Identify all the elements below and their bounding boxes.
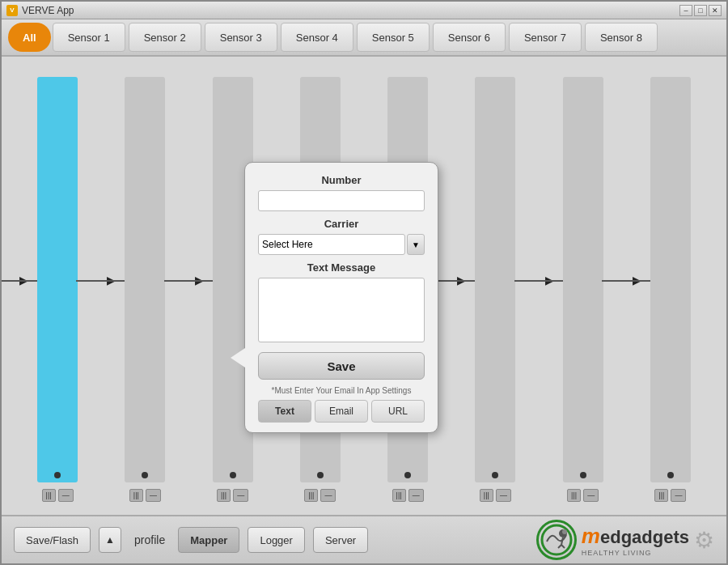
sensor7-ctrl-minus[interactable]: — xyxy=(583,489,599,502)
logger-button[interactable]: Logger xyxy=(248,527,304,553)
sensor-bar-1: ▶ xyxy=(37,77,78,482)
sensor-dot-4 xyxy=(317,472,324,478)
carrier-dropdown-arrow[interactable]: ▼ xyxy=(407,234,425,255)
sensor-hline-8 xyxy=(602,280,650,282)
svg-line-3 xyxy=(561,537,563,545)
sensor-bar-7: ▶ xyxy=(563,77,603,482)
number-label: Number xyxy=(258,174,425,186)
logo-brand-line: m ed gadgets xyxy=(582,524,689,549)
dialog-tab-text[interactable]: Text xyxy=(258,400,311,423)
footer-bar: Save/Flash ▲ profile Mapper Logger Serve… xyxy=(2,515,726,563)
logo-circle xyxy=(536,520,577,560)
sensor2-ctrl-minus[interactable]: — xyxy=(146,489,161,502)
tab-sensor4[interactable]: Sensor 4 xyxy=(281,23,353,52)
dialog-tab-email[interactable]: Email xyxy=(315,400,368,423)
sensor-dot-3 xyxy=(230,472,236,478)
sensor-bottom-3: ||| — xyxy=(217,489,248,502)
logo-m: m xyxy=(582,524,600,549)
sensor-dot-5 xyxy=(404,472,411,478)
logo-sub-text: HEALTHY LIVING xyxy=(582,549,689,557)
app-icon: V xyxy=(6,5,18,16)
sensor-hline-2 xyxy=(76,280,125,282)
logo-text-area: m ed gadgets HEALTHY LIVING xyxy=(582,524,689,557)
profile-label: profile xyxy=(134,533,165,546)
sensor8-ctrl-minus[interactable]: — xyxy=(671,489,686,502)
svg-line-5 xyxy=(561,545,565,548)
sensor5-ctrl-minus[interactable]: — xyxy=(408,489,424,502)
tab-all[interactable]: All xyxy=(8,23,51,52)
app-window: V VERVE App – □ ✕ All Sensor 1 Sensor 2 … xyxy=(0,0,728,565)
tab-sensor3[interactable]: Sensor 3 xyxy=(205,23,277,52)
tab-sensor6[interactable]: Sensor 6 xyxy=(433,23,506,52)
sensor5-ctrl-bars[interactable]: ||| xyxy=(392,489,406,502)
tab-sensor8[interactable]: Sensor 8 xyxy=(585,23,658,52)
carrier-select-row: Select Here AT&T Verizon T-Mobile Sprint… xyxy=(258,234,425,255)
logo-ed: ed xyxy=(600,527,621,548)
sensor-hline-1 xyxy=(0,280,37,282)
sensor1-ctrl-bars[interactable]: ||| xyxy=(42,489,56,502)
sensor-col-7: ▶ ||| — xyxy=(540,73,627,502)
minimize-button[interactable]: – xyxy=(679,5,692,16)
text-message-label: Text Message xyxy=(258,261,425,274)
sensor4-ctrl-bars[interactable]: ||| xyxy=(304,489,318,502)
sensor8-ctrl-bars[interactable]: ||| xyxy=(654,489,668,502)
dialog-tab-bar: Text Email URL xyxy=(258,400,425,423)
tab-sensor1[interactable]: Sensor 1 xyxy=(53,23,125,52)
sensor-hline-3 xyxy=(164,280,213,282)
title-bar: V VERVE App – □ ✕ xyxy=(2,2,726,19)
sensor-dot-1 xyxy=(54,472,61,478)
carrier-label: Carrier xyxy=(258,218,425,230)
server-button[interactable]: Server xyxy=(313,527,368,553)
save-flash-button[interactable]: Save/Flash xyxy=(14,527,91,553)
sensor-hline-7 xyxy=(514,280,563,282)
mapper-button[interactable]: Mapper xyxy=(178,527,239,553)
sensor-bottom-8: ||| — xyxy=(654,489,686,502)
sensor-col-6: ▶ ||| — xyxy=(451,73,539,502)
sensor-col-1: ▶ ||| — xyxy=(14,73,101,502)
sensor6-ctrl-minus[interactable]: — xyxy=(496,489,511,502)
logo-svg xyxy=(540,524,573,556)
dialog-note: *Must Enter Your Email In App Settings xyxy=(258,386,425,395)
sensor-bar-2: ▶ xyxy=(125,77,165,482)
sensor3-ctrl-bars[interactable]: ||| xyxy=(217,489,231,502)
window-controls: – □ ✕ xyxy=(679,5,722,16)
svg-point-2 xyxy=(562,529,567,534)
sensor-bottom-4: ||| — xyxy=(304,489,336,502)
sensor-dot-6 xyxy=(492,472,498,478)
tab-sensor7[interactable]: Sensor 7 xyxy=(509,23,582,52)
sensor-dot-2 xyxy=(142,472,148,478)
text-message-input[interactable] xyxy=(258,278,425,342)
sensor-dot-8 xyxy=(667,472,674,478)
logo-area: m ed gadgets HEALTHY LIVING ⚙ xyxy=(536,520,714,560)
number-input[interactable] xyxy=(258,190,425,211)
sensor1-ctrl-minus[interactable]: — xyxy=(58,489,74,502)
sensor-bottom-6: ||| — xyxy=(480,489,511,502)
sensor7-ctrl-bars[interactable]: ||| xyxy=(567,489,581,502)
sensor-bottom-2: ||| — xyxy=(129,489,161,502)
sensor-dot-7 xyxy=(580,472,586,478)
sensor2-ctrl-bars[interactable]: ||| xyxy=(129,489,143,502)
sensor-bottom-5: ||| — xyxy=(392,489,424,502)
tab-sensor2[interactable]: Sensor 2 xyxy=(129,23,201,52)
main-content: ▶ ||| — ▶ ||| — xyxy=(2,57,726,518)
sensor-bar-8: ▶ xyxy=(650,77,691,482)
logo-gadgets: gadgets xyxy=(621,527,689,548)
sensor-col-2: ▶ ||| — xyxy=(101,73,188,502)
sms-dialog: Number Carrier Select Here AT&T Verizon … xyxy=(244,162,438,433)
dialog-tab-url[interactable]: URL xyxy=(371,400,425,423)
sensor6-ctrl-bars[interactable]: ||| xyxy=(480,489,493,502)
tab-bar: All Sensor 1 Sensor 2 Sensor 3 Sensor 4 … xyxy=(2,19,726,57)
maximize-button[interactable]: □ xyxy=(694,5,707,16)
sensor3-ctrl-minus[interactable]: — xyxy=(233,489,248,502)
tab-sensor5[interactable]: Sensor 5 xyxy=(357,23,430,52)
sensor-bottom-1: ||| — xyxy=(42,489,74,502)
close-button[interactable]: ✕ xyxy=(709,5,722,16)
app-title: VERVE App xyxy=(22,5,679,16)
svg-point-0 xyxy=(542,525,571,554)
sensor-bottom-7: ||| — xyxy=(567,489,599,502)
sensor4-ctrl-minus[interactable]: — xyxy=(320,489,336,502)
save-button[interactable]: Save xyxy=(258,352,425,380)
carrier-select[interactable]: Select Here AT&T Verizon T-Mobile Sprint xyxy=(258,234,405,255)
arrow-up-button[interactable]: ▲ xyxy=(99,527,121,553)
sensor-col-8: ▶ ||| — xyxy=(627,73,714,502)
